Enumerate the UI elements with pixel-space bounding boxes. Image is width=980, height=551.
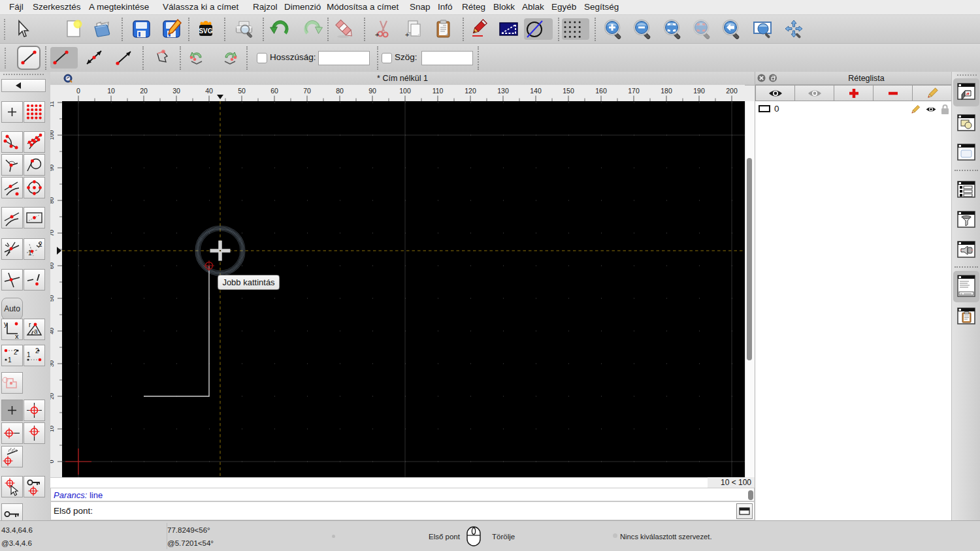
svg-text:2: 2 [35, 347, 39, 354]
svg-text:0: 0 [50, 460, 55, 463]
svg-text:90: 90 [50, 165, 55, 171]
svg-text:80: 80 [50, 197, 55, 204]
svg-text:80: 80 [336, 87, 344, 95]
svg-text:170: 170 [628, 87, 640, 95]
svg-text:110: 110 [50, 101, 55, 107]
svg-text:+: + [375, 31, 379, 39]
svg-text:100: 100 [50, 130, 55, 140]
svg-text:10: 10 [107, 87, 115, 95]
svg-text:30: 30 [50, 360, 55, 367]
svg-text:120: 120 [465, 87, 476, 95]
svg-text:x: x [15, 332, 19, 339]
svg-text:1: 1 [27, 351, 31, 358]
svg-text:a: a [34, 328, 38, 335]
svg-text:70: 70 [50, 230, 55, 236]
svg-text:y: y [4, 320, 8, 328]
svg-text:2: 2 [39, 241, 42, 248]
svg-text:+: + [405, 31, 409, 39]
svg-text:40: 40 [205, 87, 213, 95]
svg-text:40: 40 [50, 328, 55, 334]
svg-text:180: 180 [661, 87, 672, 95]
svg-text:r: r [29, 321, 31, 328]
svg-text:110: 110 [433, 87, 444, 95]
svg-text:0: 0 [76, 87, 80, 95]
svg-text:160: 160 [595, 87, 607, 95]
svg-text:10: 10 [50, 426, 55, 432]
svg-text:190: 190 [693, 87, 705, 95]
svg-text:200: 200 [726, 87, 738, 95]
svg-text:30: 30 [172, 87, 180, 95]
svg-text:130: 130 [497, 87, 509, 95]
svg-text:60: 60 [270, 87, 278, 95]
svg-text:2: 2 [14, 349, 18, 356]
svg-text:50: 50 [238, 87, 246, 95]
svg-text:70: 70 [303, 87, 311, 95]
svg-text:140: 140 [530, 87, 542, 95]
svg-text:60: 60 [50, 262, 55, 269]
svg-text:20: 20 [50, 393, 55, 400]
svg-text:SVG: SVG [199, 27, 212, 35]
svg-text:50: 50 [50, 295, 55, 302]
svg-text:150: 150 [563, 87, 574, 95]
svg-text:1: 1 [8, 356, 12, 364]
svg-text:20: 20 [140, 87, 148, 95]
svg-text:90: 90 [368, 87, 376, 95]
svg-text:100: 100 [399, 87, 411, 95]
